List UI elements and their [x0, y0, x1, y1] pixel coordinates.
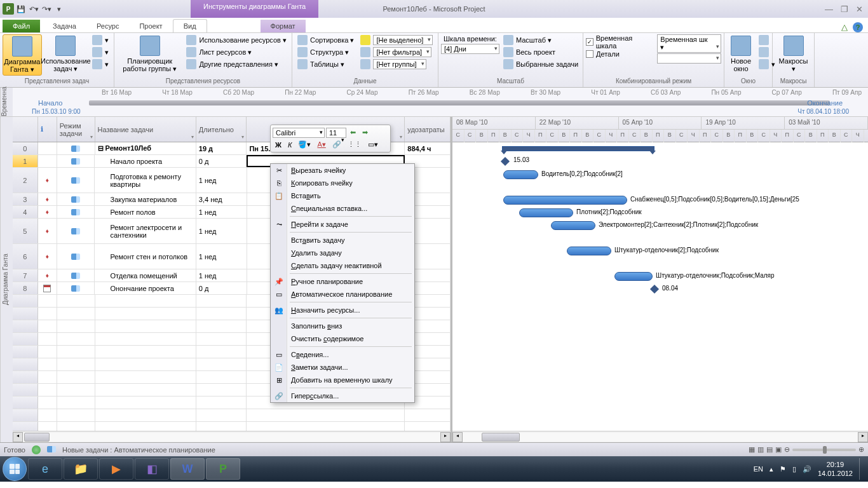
- info-col[interactable]: ℹ: [38, 117, 57, 142]
- nav-icon-2[interactable]: ▾: [90, 46, 111, 58]
- outdent-icon[interactable]: ⬅: [348, 127, 358, 138]
- task-bar-6[interactable]: [567, 247, 611, 255]
- task-usage-button[interactable]: Использование задач ▾: [43, 34, 88, 74]
- systray-expand-icon[interactable]: ▴: [770, 465, 773, 473]
- menu-item[interactable]: Удалить задачу: [271, 247, 414, 259]
- macros-button[interactable]: Макросы ▾: [775, 34, 811, 74]
- work-col[interactable]: удозатраты: [405, 117, 451, 142]
- menu-item[interactable]: Сделать задачу неактивной: [271, 259, 414, 272]
- font-name-combo[interactable]: Calibri: [273, 128, 325, 138]
- menu-item[interactable]: 👥Назначить ресурсы...: [271, 304, 414, 316]
- task-bar-2[interactable]: [503, 170, 538, 179]
- percent-icon[interactable]: ▭▾: [365, 139, 381, 150]
- menu-item[interactable]: 📄Заметки задачи...: [271, 361, 414, 374]
- task-bar-3[interactable]: [503, 196, 627, 205]
- nav-icon-3[interactable]: ▾: [90, 58, 111, 70]
- tab-project[interactable]: Проект: [129, 20, 172, 32]
- resource-sheet-button[interactable]: Лист ресурсов ▾: [184, 46, 289, 58]
- show-desktop[interactable]: [859, 458, 865, 480]
- other-views-button[interactable]: Другие представления ▾: [184, 58, 289, 70]
- restore-icon[interactable]: ❐: [841, 4, 848, 14]
- menu-item[interactable]: Вставить задачу: [271, 234, 414, 247]
- group-combo[interactable]: [Нет группы]: [358, 58, 435, 70]
- menu-item[interactable]: ⤳Перейти к задаче: [271, 218, 414, 231]
- menu-item[interactable]: Заполнить вниз: [271, 320, 414, 332]
- help-icon[interactable]: ?: [853, 22, 863, 32]
- zoom-out-icon[interactable]: ⊖: [784, 445, 790, 454]
- menu-item[interactable]: Специальная вставка...: [271, 202, 414, 215]
- tab-resource[interactable]: Ресурс: [86, 20, 129, 32]
- volume-icon[interactable]: 🔊: [803, 465, 811, 473]
- font-size-combo[interactable]: 11: [326, 128, 346, 138]
- gantt-timescale[interactable]: 08 Мар '1022 Мар '1005 Апр '1019 Апр '10…: [452, 117, 868, 142]
- gantt-hscroll[interactable]: ◂▸: [452, 431, 868, 442]
- new-window-button[interactable]: Новое окно: [727, 34, 755, 74]
- view-gantt-icon[interactable]: ▦: [749, 445, 755, 454]
- auto-schedule-icon[interactable]: [47, 446, 56, 454]
- tb-ie-icon[interactable]: e: [28, 458, 62, 480]
- task-bar-4[interactable]: [519, 208, 573, 217]
- zoom-button[interactable]: Масштаб ▾: [501, 34, 581, 46]
- structure-button[interactable]: Структура ▾: [295, 46, 356, 58]
- menu-item[interactable]: ▭Автоматическое планирование: [271, 288, 414, 301]
- gantt-chart-button[interactable]: Диаграмма Ганта ▾: [3, 34, 42, 76]
- tb-media-icon[interactable]: ▶: [99, 458, 133, 480]
- mode-col[interactable]: Режим задачи▾: [57, 117, 95, 142]
- tb-project-icon[interactable]: P: [206, 458, 240, 480]
- unlink-tasks-icon[interactable]: ⋮⋮: [345, 139, 364, 150]
- save-icon[interactable]: 💾: [15, 3, 27, 15]
- task-bar-7[interactable]: [614, 272, 653, 281]
- power-icon[interactable]: ▯: [792, 465, 796, 473]
- status-auto-mode[interactable]: Новые задачи : Автоматическое планирован…: [62, 446, 215, 454]
- whole-project-button[interactable]: Весь проект: [501, 46, 581, 58]
- milestone-start[interactable]: [501, 157, 510, 166]
- details-view-combo[interactable]: [657, 53, 721, 64]
- grid-hscroll[interactable]: ◂▸: [13, 431, 451, 442]
- view-resource-icon[interactable]: ▣: [775, 445, 782, 454]
- menu-item[interactable]: ✂Вырезать ячейку: [271, 164, 414, 177]
- tables-button[interactable]: Таблицы ▾: [295, 58, 356, 70]
- tab-view[interactable]: Вид: [173, 19, 207, 32]
- team-planner-button[interactable]: Планировщик работы группы ▾: [117, 34, 182, 74]
- duration-col[interactable]: Длительно▾: [196, 117, 247, 142]
- timeline-view-combo[interactable]: Временная шк ▾: [657, 34, 721, 53]
- fill-color-icon[interactable]: 🪣▾: [295, 139, 313, 150]
- task-bar-5[interactable]: [551, 221, 595, 230]
- timeline-checkbox[interactable]: ✓Временная шкала: [586, 34, 653, 50]
- italic-icon[interactable]: К: [285, 140, 294, 150]
- name-col[interactable]: Название задачи▾: [95, 117, 196, 142]
- indent-icon[interactable]: ➡: [360, 127, 370, 138]
- menu-item[interactable]: 📋Вставить: [271, 189, 414, 202]
- redo-icon[interactable]: ↷▾: [41, 3, 52, 15]
- tb-app-icon[interactable]: ◧: [135, 458, 169, 480]
- tb-explorer-icon[interactable]: 📁: [64, 458, 98, 480]
- menu-item[interactable]: Очистить содержимое: [271, 332, 414, 345]
- row-header-col[interactable]: [13, 117, 38, 142]
- highlight-combo[interactable]: [Не выделено]: [358, 34, 435, 46]
- language-indicator[interactable]: EN: [754, 465, 763, 473]
- menu-item[interactable]: ▭Сведения...: [271, 348, 414, 361]
- timeline-pane[interactable]: Временна Вт 16 МарЧт 18 МарСб 20 МарПн 2…: [0, 88, 868, 117]
- minimize-icon[interactable]: —: [825, 4, 833, 14]
- selected-tasks-button[interactable]: Выбранные задачи: [501, 58, 581, 70]
- menu-item[interactable]: ⎘Копировать ячейку: [271, 177, 414, 189]
- tb-word-icon[interactable]: W: [170, 458, 205, 480]
- view-network-icon[interactable]: ▤: [766, 445, 773, 454]
- zoom-slider[interactable]: [792, 449, 856, 451]
- flag-icon[interactable]: ⚑: [780, 465, 786, 473]
- app-icon[interactable]: P: [3, 3, 14, 15]
- timescale-combo[interactable]: [4] Дни: [441, 44, 499, 54]
- zoom-in-icon[interactable]: ⊕: [858, 445, 864, 454]
- qat-customize-icon[interactable]: ▾: [53, 3, 65, 15]
- tab-file[interactable]: Файл: [3, 20, 40, 32]
- menu-item[interactable]: 📌Ручное планирование: [271, 275, 414, 288]
- tab-format[interactable]: Формат: [261, 20, 306, 32]
- sort-button[interactable]: Сортировка ▾: [295, 34, 356, 46]
- bold-icon[interactable]: Ж: [273, 140, 284, 150]
- menu-item[interactable]: ⊞Добавить на временную шкалу: [271, 374, 414, 386]
- table-row[interactable]: [13, 409, 451, 422]
- summary-bar[interactable]: [502, 146, 654, 151]
- font-color-icon[interactable]: А▾: [315, 139, 328, 150]
- details-checkbox[interactable]: Детали: [586, 50, 653, 58]
- gantt-body[interactable]: 15.03 Водитель[0,2];Подсобник[2] Снабжен…: [452, 142, 868, 431]
